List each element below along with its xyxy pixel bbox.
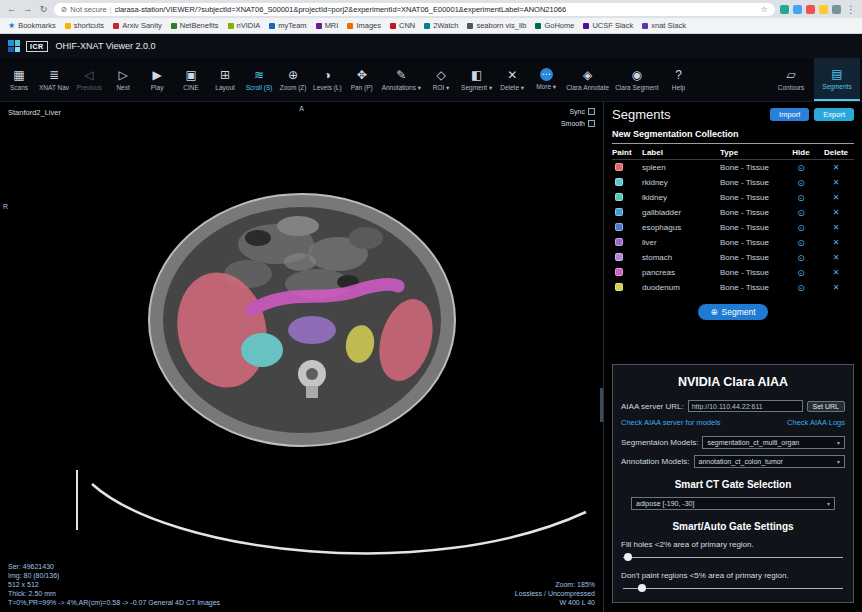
browser-menu-icon[interactable]: ⋮ [846,4,856,15]
slice-scrollbar[interactable] [599,102,603,612]
pan-button[interactable]: ✥ Pan (P) [345,58,379,101]
bookmark-item[interactable]: Images [347,21,381,30]
visibility-eye-icon[interactable]: ⊙ [797,178,805,188]
aiaa-server-url-input[interactable] [688,400,803,412]
paint-swatch[interactable] [615,283,623,291]
forward-icon[interactable]: → [22,4,33,14]
fill-holes-slider[interactable] [623,552,843,563]
ct-viewport[interactable]: Stanford2_Liver A R Sync Smooth Ser: 496… [0,102,604,612]
delete-segment-icon[interactable]: ✕ [833,283,840,292]
segmentation-model-select[interactable]: segmentation_ct_multi_organ ▾ [702,436,845,449]
segment-button[interactable]: ⊕ Segment [698,304,767,320]
delete-segment-icon[interactable]: ✕ [833,238,840,247]
check-logs-link[interactable]: Check AIAA Logs [787,418,845,427]
paint-swatch[interactable] [615,253,623,261]
segment-row[interactable]: rkidney Bone - Tissue ⊙ ✕ [612,175,854,190]
bookmark-item[interactable]: GoHome [535,21,574,30]
levels-button[interactable]: ◑ Levels (L) [310,58,345,101]
segment-row[interactable]: stomach Bone - Tissue ⊙ ✕ [612,250,854,265]
visibility-eye-icon[interactable]: ⊙ [797,283,805,293]
dont-paint-slider[interactable] [623,583,843,594]
paint-swatch[interactable] [615,268,623,276]
segments-panel-button[interactable]: ▤ Segments [814,58,860,101]
delete-segment-icon[interactable]: ✕ [833,178,840,187]
visibility-eye-icon[interactable]: ⊙ [797,193,805,203]
extension-icon-4[interactable] [819,5,828,14]
slider-thumb[interactable] [638,584,646,592]
visibility-eye-icon[interactable]: ⊙ [797,268,805,278]
bookmark-star-icon[interactable]: ☆ [761,5,768,14]
extension-icon-2[interactable] [793,5,802,14]
delete-segment-icon[interactable]: ✕ [833,163,840,172]
slider-thumb[interactable] [624,553,632,561]
paint-swatch[interactable] [615,163,623,171]
paint-swatch[interactable] [615,208,623,216]
smooth-checkbox[interactable] [588,120,595,127]
url-bar[interactable]: ⊘ Not secure | clarasa-station/VIEWER/?s… [54,3,775,16]
help-button[interactable]: ? Help [662,58,696,101]
more-button[interactable]: ⋯ More ▾ [529,58,563,101]
bookmark-item[interactable]: xnat Slack [642,21,686,30]
scroll-button[interactable]: ≋ Scroll (S) [242,58,276,101]
segment-row[interactable]: duodenum Bone - Tissue ⊙ ✕ [612,280,854,295]
delete-segment-icon[interactable]: ✕ [833,253,840,262]
extension-icon-3[interactable] [806,5,815,14]
layout-button[interactable]: ⊞ Layout [208,58,242,101]
bookmark-item[interactable]: CNN [390,21,415,30]
delete-segment-icon[interactable]: ✕ [833,268,840,277]
segment-row[interactable]: liver Bone - Tissue ⊙ ✕ [612,235,854,250]
bookmark-item[interactable]: NetBenefits [171,21,219,30]
delete-button[interactable]: ✕ Delete ▾ [495,58,529,101]
roi-button[interactable]: ◇ ROI ▾ [424,58,458,101]
annotations-button[interactable]: ✎ Annotations ▾ [379,58,424,101]
zoom-button[interactable]: ⊕ Zoom (Z) [276,58,310,101]
gate-select[interactable]: adipose [-190, -30] ▾ [631,497,835,510]
bookmark-item[interactable]: MRI [316,21,339,30]
bookmarks-root[interactable]: ★ Bookmarks [8,21,56,30]
contours-panel-button[interactable]: ▱ Contours [768,58,814,101]
paint-swatch[interactable] [615,223,623,231]
back-icon[interactable]: ← [6,4,17,14]
segment-tool-button[interactable]: ◧ Segment ▾ [458,58,495,101]
delete-segment-icon[interactable]: ✕ [833,208,840,217]
extension-icon-1[interactable] [780,5,789,14]
bookmark-item[interactable]: myTeam [269,21,306,30]
clara-segment-button[interactable]: ◉ Clara Segment [612,58,661,101]
scans-button[interactable]: ▦ Scans [2,58,36,101]
visibility-eye-icon[interactable]: ⊙ [797,163,805,173]
next-button[interactable]: ▷ Next [106,58,140,101]
check-models-link[interactable]: Check AIAA server for models [621,418,721,427]
paint-swatch[interactable] [615,238,623,246]
set-url-button[interactable]: Set URL [807,401,845,412]
visibility-eye-icon[interactable]: ⊙ [797,253,805,263]
xnat-nav-button[interactable]: ≣ XNAT Nav [36,58,72,101]
cine-button[interactable]: ▣ CINE [174,58,208,101]
annotation-model-select[interactable]: annotation_ct_colon_tumor ▾ [694,455,846,468]
previous-button[interactable]: ◁ Previous [72,58,106,101]
bookmark-item[interactable]: nVIDIA [228,21,261,30]
sync-checkbox[interactable] [588,108,595,115]
paint-swatch[interactable] [615,193,623,201]
bookmark-item[interactable]: seaborn vis_lib [467,21,526,30]
import-button[interactable]: Import [770,108,809,121]
bookmark-item[interactable]: 2Watch [424,21,458,30]
paint-swatch[interactable] [615,178,623,186]
bookmark-item[interactable]: shortcuts [65,21,104,30]
visibility-eye-icon[interactable]: ⊙ [797,208,805,218]
visibility-eye-icon[interactable]: ⊙ [797,238,805,248]
clara-annotate-button[interactable]: ◈ Clara Annotate [563,58,612,101]
segment-row[interactable]: esophagus Bone - Tissue ⊙ ✕ [612,220,854,235]
extension-icon-5[interactable] [832,5,841,14]
bookmark-item[interactable]: Arxiv Sanity [113,21,162,30]
segment-row[interactable]: pancreas Bone - Tissue ⊙ ✕ [612,265,854,280]
visibility-eye-icon[interactable]: ⊙ [797,223,805,233]
segment-row[interactable]: gallbladder Bone - Tissue ⊙ ✕ [612,205,854,220]
segment-row[interactable]: lkidney Bone - Tissue ⊙ ✕ [612,190,854,205]
segment-row[interactable]: spleen Bone - Tissue ⊙ ✕ [612,160,854,175]
bookmark-item[interactable]: UCSF Slack [583,21,633,30]
slice-scrollbar-thumb[interactable] [600,388,603,422]
reload-icon[interactable]: ↻ [38,4,49,14]
play-button[interactable]: ▶ Play [140,58,174,101]
export-button[interactable]: Export [814,108,854,121]
delete-segment-icon[interactable]: ✕ [833,193,840,202]
